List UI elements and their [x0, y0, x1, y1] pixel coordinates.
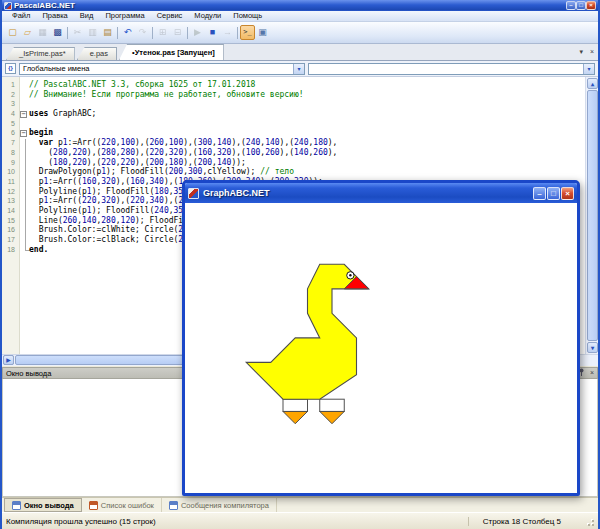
line-number: 18 [2, 245, 18, 255]
fold-margin [18, 196, 29, 206]
menu-item[interactable]: Файл [6, 11, 36, 21]
code-line: 2// Внимание! Если программа не работает… [2, 90, 584, 100]
horizontal-scroll-thumb[interactable] [15, 355, 185, 365]
tab-bar-controls: ▾ × [579, 48, 594, 56]
chevron-down-icon[interactable]: ▾ [583, 64, 594, 74]
gwin-minimize-button[interactable]: – [533, 187, 546, 200]
gwin-maximize-button[interactable]: □ [547, 187, 560, 200]
duck-leg [320, 399, 345, 411]
graphabc-icon [188, 188, 199, 199]
line-number: 1 [2, 80, 18, 90]
code-text: var p1:=Arr((220,100),(260,100),(300,140… [29, 138, 337, 148]
output-panel-title: Окно вывода [6, 369, 51, 378]
line-number: 11 [2, 177, 18, 187]
menu-item[interactable]: Сервис [151, 11, 189, 21]
menu-item[interactable]: Помощь [227, 11, 268, 21]
save-icon[interactable]: ▦ [35, 25, 50, 40]
fold-margin [18, 206, 29, 216]
tab-close-icon[interactable]: × [590, 48, 594, 56]
fold-margin [18, 90, 29, 100]
duck-leg [283, 399, 308, 411]
vertical-scroll-thumb[interactable] [587, 90, 598, 341]
line-number: 14 [2, 206, 18, 216]
document-tab[interactable]: •Утенок.pas [Запущен] [119, 44, 224, 60]
menu-item[interactable]: Модули [188, 11, 227, 21]
compiler-messages-icon [169, 501, 178, 510]
graphabc-title-bar[interactable]: GraphABC.NET –□× [185, 183, 577, 203]
scroll-up-icon[interactable]: ▲ [587, 78, 598, 89]
bottom-tab[interactable]: Сообщения компилятора [162, 498, 277, 512]
paste-icon[interactable]: ▤ [100, 25, 115, 40]
output-toggle-icon[interactable]: ▣ [255, 25, 270, 40]
line-number: 13 [2, 196, 18, 206]
code-line: 7 var p1:=Arr((220,100),(260,100),(300,1… [2, 138, 584, 148]
tab-list-dropdown-icon[interactable]: ▾ [579, 48, 583, 56]
document-tab[interactable]: e.pas [77, 47, 117, 60]
undo-icon[interactable]: ↶ [120, 25, 135, 40]
gwin-close-button[interactable]: × [561, 187, 574, 200]
scroll-right-icon[interactable]: ▶ [3, 355, 14, 365]
new-file-icon[interactable]: ▢ [5, 25, 20, 40]
app-win-minimize-button[interactable]: – [566, 1, 576, 10]
stop-icon[interactable]: ■ [205, 25, 220, 40]
bottom-tab[interactable]: Список ошибок [82, 498, 162, 512]
fold-collapse-icon[interactable]: − [20, 111, 27, 118]
graphabc-window-controls: –□× [532, 187, 574, 200]
menu-bar: ФайлПравкаВидПрограммаСервисМодулиПомощь [2, 11, 598, 22]
fold-collapse-icon[interactable]: − [20, 130, 27, 137]
code-line: 10 DrawPolygon(p1); FloodFill(200,300,cl… [2, 167, 584, 177]
scope-combobox[interactable]: Глобальные имена ▾ [19, 63, 305, 75]
step-icon[interactable]: → [220, 25, 235, 40]
code-text: end. [29, 245, 48, 255]
console-toggle-icon[interactable]: >_ [240, 25, 255, 40]
toolbar-separator [152, 27, 153, 39]
menu-item[interactable]: Правка [36, 11, 73, 21]
document-tab[interactable]: _IsPrime.pas* [6, 47, 75, 60]
title-bar[interactable]: PascalABC.NET –□× [2, 0, 598, 11]
toolbar: ▢▱▦▩✂▥▤↶↷⊞⊟▶■→>_▣ [2, 22, 598, 44]
open-file-icon[interactable]: ▱ [20, 25, 35, 40]
menu-item[interactable]: Программа [99, 11, 150, 21]
code-line: 6−begin [2, 128, 584, 138]
bottom-tab[interactable]: Окно вывода [4, 498, 82, 512]
fold-margin [18, 138, 29, 148]
save-all-icon[interactable]: ▩ [50, 25, 65, 40]
toolbar-separator [117, 27, 118, 39]
menu-item[interactable]: Вид [74, 11, 100, 21]
fold-margin: − [18, 109, 29, 119]
code-text: // PascalABC.NET 3.3, сборка 1625 от 17.… [29, 80, 255, 90]
editor-vertical-scrollbar[interactable]: ▲ ▼ [585, 77, 598, 354]
line-number: 3 [2, 99, 18, 109]
fold-margin [18, 177, 29, 187]
code-navigator: {} Глобальные имена ▾ ▾ [2, 61, 598, 77]
app-win-close-button[interactable]: × [586, 1, 596, 10]
graphabc-window-title: GraphABC.NET [203, 188, 528, 198]
watch-window-icon[interactable]: ⊞ [155, 25, 170, 40]
app-win-maximize-button[interactable]: □ [576, 1, 586, 10]
members-icon: {} [5, 63, 16, 74]
fold-margin [18, 235, 29, 245]
graphabc-window[interactable]: GraphABC.NET –□× [182, 180, 580, 496]
chevron-down-icon[interactable]: ▾ [293, 64, 304, 74]
close-icon[interactable]: × [590, 369, 594, 377]
resize-grip[interactable] [585, 517, 594, 526]
status-bar: Компиляция прошла успешно (15 строк) Стр… [2, 512, 598, 529]
line-number: 2 [2, 90, 18, 100]
run-icon[interactable]: ▶ [190, 25, 205, 40]
status-message: Компиляция прошла успешно (15 строк) [6, 517, 468, 526]
graphabc-canvas[interactable] [185, 203, 577, 493]
line-number: 17 [2, 235, 18, 245]
line-number: 15 [2, 216, 18, 226]
duck-foot [320, 411, 345, 423]
code-text: // Внимание! Если программа не работает,… [29, 90, 304, 100]
copy-icon[interactable]: ▥ [85, 25, 100, 40]
code-text: uses GraphABC; [29, 109, 96, 119]
form-designer-icon[interactable]: ⊟ [170, 25, 185, 40]
cut-icon[interactable]: ✂ [70, 25, 85, 40]
redo-icon[interactable]: ↷ [135, 25, 150, 40]
scroll-down-icon[interactable]: ▼ [587, 342, 598, 353]
line-number: 12 [2, 187, 18, 197]
code-line: 9 (180,220),(220,220),(200,180),(200,140… [2, 158, 584, 168]
member-combobox[interactable]: ▾ [308, 63, 595, 75]
code-text: (280,220),(280,280),(220,320),(160,320),… [29, 148, 337, 158]
